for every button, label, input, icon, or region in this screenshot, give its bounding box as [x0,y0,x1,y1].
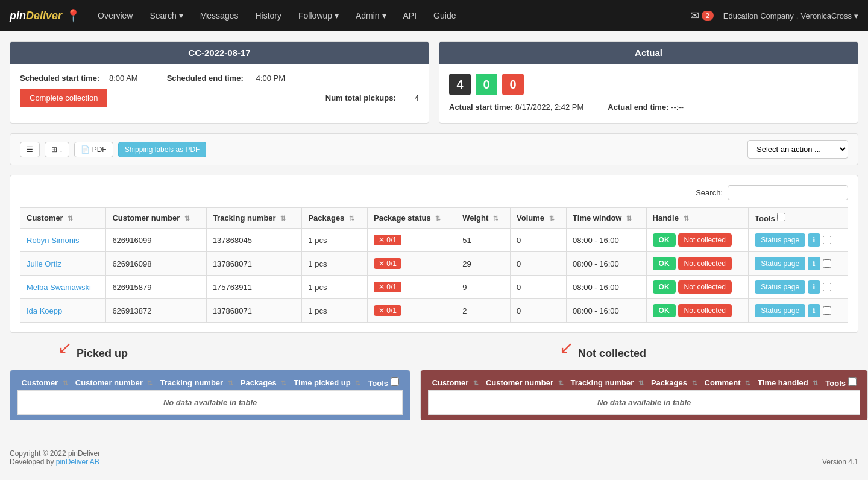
pu-col-customer[interactable]: Customer ⇅ [18,375,72,391]
list-view-button[interactable]: ☰ [20,142,40,157]
info-button[interactable]: ℹ [808,257,820,270]
row-checkbox[interactable] [823,259,831,268]
customer-cell: Melba Swaniawski [20,276,106,299]
sort-icon: ⇅ [638,379,644,387]
list-export-button[interactable]: ⊞ ↓ [45,142,69,157]
col-handle[interactable]: Handle ⇅ [646,208,749,229]
not-collected-tbody: No data available in table [429,391,860,415]
pdf-button[interactable]: 📄 PDF [74,142,113,157]
not-collected-button[interactable]: Not collected [678,257,732,270]
nav-admin[interactable]: Admin ▾ [348,7,394,24]
info-button[interactable]: ℹ [808,280,820,294]
tracking-number-cell: 137868071 [206,252,301,276]
status-page-button[interactable]: Status page [755,233,805,247]
search-input[interactable] [728,185,848,200]
nc-col-tracking-number[interactable]: Tracking number ⇅ [567,375,647,391]
not-collected-annotation: ↙ Not collected [439,343,858,365]
version: Version 4.1 [822,458,858,466]
nc-col-comment[interactable]: Comment ⇅ [701,375,755,391]
ok-button[interactable]: OK [653,304,676,317]
nav-guide[interactable]: Guide [426,7,463,24]
nc-col-time-handled[interactable]: Time handled ⇅ [754,375,822,391]
user-menu[interactable]: Education Company, VeronicaCross ▾ [723,11,858,21]
time-window-cell: 08:00 - 16:00 [567,229,646,252]
not-collected-button[interactable]: Not collected [678,233,732,247]
col-time-window[interactable]: Time window ⇅ [567,208,646,229]
actual-card: Actual 4 0 0 Actual start time: 8/17/202… [439,41,858,124]
info-button[interactable]: ℹ [808,304,820,317]
table-row: Robyn Simonis 626916099 137868045 1 pcs … [20,229,848,252]
tools-cell: Status page ℹ [749,252,848,276]
customer-link[interactable]: Ida Koepp [27,306,62,315]
ok-button[interactable]: OK [653,233,676,247]
time-window-cell: 08:00 - 16:00 [567,299,646,323]
nc-col-customer-number[interactable]: Customer number ⇅ [482,375,567,391]
not-collected-thead: Customer ⇅ Customer number ⇅ Tracking nu… [429,375,860,391]
col-customer[interactable]: Customer ⇅ [20,208,106,229]
badge-red: 0 [502,74,524,95]
logo-pin-icon: 📍 [66,8,81,23]
sort-icon: ⇅ [68,215,73,222]
handle-cell: OK Not collected [646,276,749,299]
handle-buttons: OK Not collected [653,304,743,317]
col-volume[interactable]: Volume ⇅ [511,208,567,229]
main-table-header-row: Customer ⇅ Customer number ⇅ Tracking nu… [20,208,848,229]
col-package-status[interactable]: Package status ⇅ [367,208,456,229]
nav-search[interactable]: Search ▾ [142,7,190,24]
nav-followup[interactable]: Followup ▾ [291,7,346,24]
sort-icon: ⇅ [692,379,697,387]
customer-link[interactable]: Melba Swaniawski [27,283,91,292]
status-page-button[interactable]: Status page [755,280,805,294]
not-collected-button[interactable]: Not collected [678,280,732,294]
package-status-badge: ✕ 0/1 [374,235,401,245]
handle-buttons: OK Not collected [653,257,743,270]
main-table-section: Search: Customer ⇅ Customer number ⇅ Tra… [10,175,858,333]
row-checkbox[interactable] [823,306,831,315]
complete-collection-button[interactable]: Complete collection [20,89,107,107]
bottom-tables: Customer ⇅ Customer number ⇅ Tracking nu… [10,370,858,420]
pu-col-packages[interactable]: Packages ⇅ [237,375,291,391]
nc-col-packages[interactable]: Packages ⇅ [647,375,701,391]
actual-end-group: Actual end time: --:-- [608,103,684,112]
col-weight[interactable]: Weight ⇅ [456,208,511,229]
package-status-cell: ✕ 0/1 [367,299,456,323]
col-packages[interactable]: Packages ⇅ [302,208,368,229]
mail-icon: ✉ [690,9,699,22]
main-table-head: Customer ⇅ Customer number ⇅ Tracking nu… [20,208,848,229]
nav-api[interactable]: API [396,7,424,24]
ok-button[interactable]: OK [653,257,676,270]
mail-badge: 2 [702,11,714,21]
not-collected-button[interactable]: Not collected [678,304,732,317]
annotation-row: ↙ Picked up ↙ Not collected [10,343,858,365]
pu-select-all[interactable] [391,377,399,386]
status-page-button[interactable]: Status page [755,257,805,270]
nav-overview[interactable]: Overview [90,7,140,24]
row-checkbox[interactable] [823,283,831,291]
sort-icon: ⇅ [626,215,632,222]
col-customer-number[interactable]: Customer number ⇅ [106,208,206,229]
status-page-button[interactable]: Status page [755,304,805,317]
main-table: Customer ⇅ Customer number ⇅ Tracking nu… [20,207,848,323]
pu-col-customer-number[interactable]: Customer number ⇅ [72,375,157,391]
info-button[interactable]: ℹ [808,233,820,247]
handle-buttons: OK Not collected [653,233,743,247]
row-checkbox[interactable] [823,236,831,244]
mail-icon-group[interactable]: ✉ 2 [690,9,714,22]
customer-link[interactable]: Robyn Simonis [27,236,79,245]
pu-col-time-picked-up[interactable]: Time picked up ⇅ [290,375,364,391]
sort-icon: ⇅ [147,379,153,387]
company-name: Education Company [723,11,794,21]
customer-link[interactable]: Julie Ortiz [27,259,61,268]
col-tracking-number[interactable]: Tracking number ⇅ [206,208,301,229]
action-select[interactable]: Select an action ... [747,140,848,159]
nc-select-all[interactable] [848,377,857,386]
pu-col-tracking-number[interactable]: Tracking number ⇅ [156,375,236,391]
not-collected-section: Customer ⇅ Customer number ⇅ Tracking nu… [420,370,868,420]
footer-link[interactable]: pinDeliver AB [56,458,99,466]
select-all-checkbox[interactable] [777,213,785,221]
ok-button[interactable]: OK [653,280,676,294]
nav-history[interactable]: History [248,7,289,24]
shipping-labels-button[interactable]: Shipping labels as PDF [118,142,207,157]
nav-messages[interactable]: Messages [193,7,246,24]
nc-col-customer[interactable]: Customer ⇅ [429,375,482,391]
